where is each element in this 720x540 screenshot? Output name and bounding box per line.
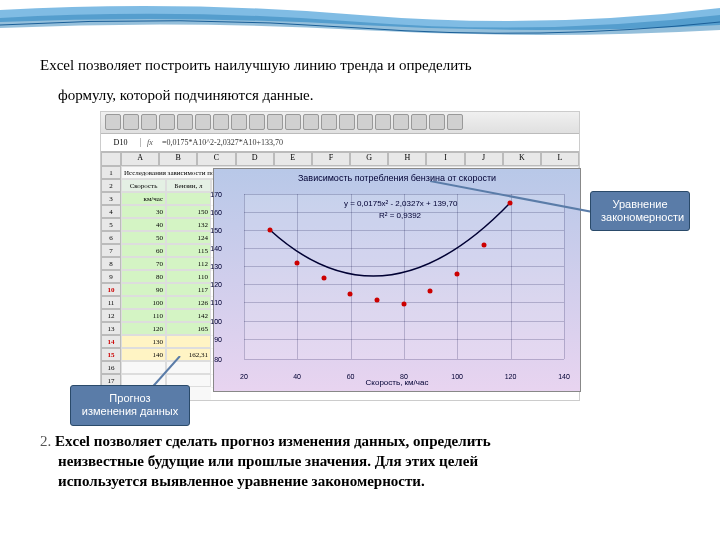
callout-equation: Уравнениезакономерности — [590, 191, 690, 231]
x-axis-label: Скорость, км/час — [214, 378, 580, 387]
chart-title: Зависимость потребления бензина от скоро… — [214, 169, 580, 187]
svg-point-2 — [322, 275, 327, 280]
svg-point-3 — [348, 291, 353, 296]
svg-point-8 — [482, 242, 487, 247]
excel-screenshot: D10 fx =0,0175*A10^2-2,0327*A10+133,70 A… — [100, 111, 580, 401]
svg-point-7 — [455, 271, 460, 276]
paragraph2-line3: используется выявленное уравнение законо… — [40, 471, 680, 491]
svg-point-6 — [428, 288, 433, 293]
excel-toolbar — [101, 112, 579, 134]
callout-forecast: Прогнозизменения данных — [70, 385, 190, 425]
fx-label: fx — [141, 138, 159, 147]
embedded-chart: Зависимость потребления бензина от скоро… — [213, 168, 581, 392]
svg-point-5 — [402, 301, 407, 306]
trend-equation: y = 0,0175x² - 2,0327x + 139,70 — [344, 199, 457, 208]
svg-point-9 — [508, 200, 513, 205]
r-squared: R² = 0,9392 — [379, 211, 421, 220]
excel-illustration: D10 fx =0,0175*A10^2-2,0327*A10+133,70 A… — [70, 111, 680, 421]
decorative-wave — [0, 0, 720, 50]
column-headers: ABCDEFGHIJKL — [101, 152, 579, 166]
formula-bar: D10 fx =0,0175*A10^2-2,0327*A10+133,70 — [101, 134, 579, 152]
svg-point-4 — [375, 297, 380, 302]
svg-point-0 — [268, 227, 273, 232]
paragraph2-line2: неизвестные будущие или прошлые значения… — [40, 451, 680, 471]
paragraph1-line1: Excel позволяет построить наилучшую лини… — [40, 55, 680, 75]
paragraph1-line2: формулу, которой подчиняются данные. — [40, 85, 680, 105]
svg-point-1 — [295, 260, 300, 265]
formula-value: =0,0175*A10^2-2,0327*A10+133,70 — [159, 138, 579, 147]
cell-reference: D10 — [101, 138, 141, 147]
paragraph2: 2. Excel позволяет сделать прогноз измен… — [40, 431, 680, 451]
data-columns: км/час 30150 40132 50124 60115 70112 801… — [121, 192, 211, 400]
